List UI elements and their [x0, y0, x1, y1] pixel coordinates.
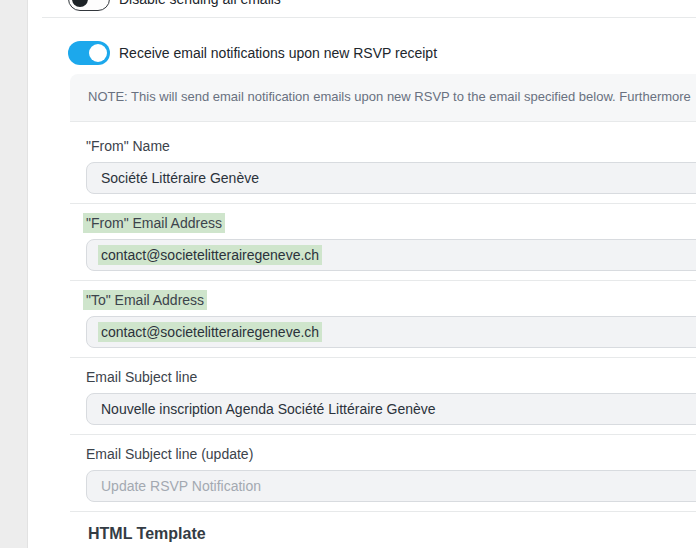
note-text: NOTE: This will send email notification …: [88, 89, 691, 104]
subject-update-input[interactable]: Update RSVP Notification: [86, 470, 696, 502]
email-notification-settings-page: { "toggles": [ { "label": "Disable sendi…: [0, 0, 696, 548]
disable-all-emails-row: Disable sending all emails: [68, 0, 281, 11]
from-name-input[interactable]: Société Littéraire Genève: [86, 162, 696, 194]
rsvp-notifications-row: Receive email notifications upon new RSV…: [68, 41, 437, 65]
toggle-knob: [89, 44, 107, 62]
subject-update-placeholder: Update RSVP Notification: [101, 478, 261, 494]
subject-update-field-row: Email Subject line (update) Update RSVP …: [70, 435, 696, 512]
to-email-input[interactable]: contact@societelitterairegeneve.ch: [86, 316, 696, 348]
subject-label-text: Email Subject line: [86, 369, 197, 385]
from-email-label: "From" Email Address: [86, 215, 696, 232]
to-email-label: "To" Email Address: [86, 292, 696, 309]
from-email-label-text-highlighted: "From" Email Address: [83, 213, 225, 233]
subject-label: Email Subject line: [86, 369, 696, 386]
from-email-value-highlighted: contact@societelitterairegeneve.ch: [98, 245, 322, 265]
rsvp-notifications-toggle[interactable]: [68, 41, 110, 65]
disable-all-emails-label: Disable sending all emails: [119, 0, 281, 9]
to-email-label-text-highlighted: "To" Email Address: [83, 290, 207, 310]
note-banner: NOTE: This will send email notification …: [70, 74, 696, 122]
from-email-input[interactable]: contact@societelitterairegeneve.ch: [86, 239, 696, 271]
from-name-field-row: "From" Name Société Littéraire Genève: [70, 122, 696, 204]
page-gutter: [0, 0, 28, 548]
from-name-value: Société Littéraire Genève: [101, 170, 259, 186]
from-name-label: "From" Name: [86, 138, 696, 155]
subject-field-row: Email Subject line Nouvelle inscription …: [70, 358, 696, 435]
subject-update-label-text: Email Subject line (update): [86, 446, 253, 462]
to-email-value-highlighted: contact@societelitterairegeneve.ch: [98, 322, 322, 342]
subject-update-label: Email Subject line (update): [86, 446, 696, 463]
subject-input[interactable]: Nouvelle inscription Agenda Société Litt…: [86, 393, 696, 425]
html-template-heading: HTML Template: [88, 524, 206, 544]
email-settings-panel: NOTE: This will send email notification …: [70, 74, 696, 512]
toggle-knob: [72, 0, 88, 7]
disable-all-emails-toggle[interactable]: [68, 0, 110, 11]
divider: [42, 17, 696, 18]
to-email-field-row: "To" Email Address contact@societelitter…: [70, 281, 696, 358]
from-name-label-text: "From" Name: [86, 138, 170, 154]
rsvp-notifications-label: Receive email notifications upon new RSV…: [119, 43, 437, 63]
from-email-field-row: "From" Email Address contact@societelitt…: [70, 204, 696, 281]
subject-value: Nouvelle inscription Agenda Société Litt…: [101, 401, 436, 417]
